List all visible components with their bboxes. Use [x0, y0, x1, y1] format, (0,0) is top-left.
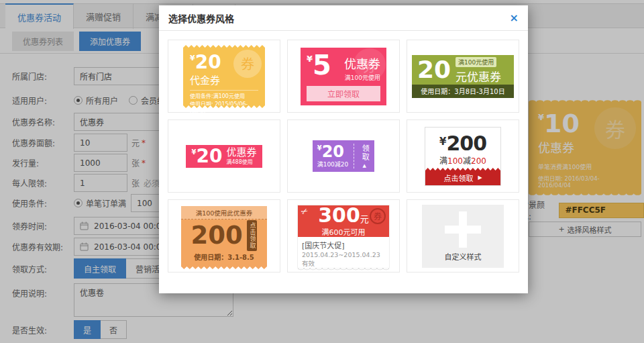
click-claim-button: 点击领取 ▶: [425, 170, 500, 185]
click-claim-button: 点击领取: [247, 220, 258, 251]
coupon-date: 使用日期: 2015/05/06-08/30: [190, 101, 258, 117]
coupon-condition: 满488使用: [226, 158, 256, 165]
custom-style-tile: 自定义样式: [422, 205, 504, 268]
coupon-white-red: ¥200 满100减200 点击领取 ▶: [425, 127, 501, 186]
coupon-green: 20 满100元使用 元优惠券 使用日期：3月8日-3月10日: [412, 55, 514, 98]
coupon-pink-banner: ¥20 优惠券 满488使用: [186, 145, 263, 168]
dashed-divider: [354, 144, 354, 168]
claim-now-button: 立即领取: [307, 86, 380, 101]
custom-style-label: 自定义样式: [422, 251, 504, 262]
style-card-pink-banner[interactable]: ¥20 优惠券 满488使用: [168, 119, 280, 193]
close-icon[interactable]: ×: [510, 13, 519, 23]
scissors-icon: ✂: [299, 205, 310, 217]
zigzag-edge: [183, 105, 265, 108]
coupon-amount: 200: [191, 223, 243, 248]
coupon-condition: 使用条件:满100元使用: [190, 93, 258, 101]
zigzag-edge: [183, 45, 265, 48]
style-card-white-200[interactable]: ¥200 满100减200 点击领取 ▶: [407, 119, 519, 193]
plus-icon: [445, 211, 481, 248]
coupon-amount: ¥20: [192, 147, 223, 166]
coupon-condition: 满600元可用: [322, 226, 366, 237]
coupon-amount: 20: [417, 58, 451, 82]
coupon-currency: ¥: [307, 54, 313, 64]
coupon-style-modal: 选择优惠券风格 × ¥20 代金券 使用条件:满100元使用 使用日期: 201…: [159, 5, 528, 293]
coupon-yellow: ¥20 代金券 使用条件:满100元使用 使用日期: 2015/05/06-08…: [183, 48, 265, 105]
coupon-watermark: 券: [370, 208, 386, 224]
coupon-watermark: 券: [354, 48, 386, 81]
zigzag-edge: [425, 168, 500, 170]
arrow-up-icon: ▲: [363, 163, 366, 168]
style-card-yellow-voucher[interactable]: ¥20 代金券 使用条件:满100元使用 使用日期: 2015/05/06-08…: [168, 40, 280, 113]
style-card-red-300[interactable]: ✂ 券 300元 满600元可用 [国庆节大促] 2015.04.23~2015…: [287, 199, 400, 273]
coupon-amount: ¥200: [439, 134, 486, 154]
coupon-date: 使用日期：3.1-8.5: [181, 252, 267, 262]
coupon-condition: 满100使用此优惠券: [181, 206, 267, 219]
coupon-condition: 满100减20: [317, 160, 349, 168]
style-grid: ¥20 代金券 使用条件:满100元使用 使用日期: 2015/05/06-08…: [159, 31, 528, 281]
style-card-purple-banner[interactable]: ¥20 满100减20 领取 ▲: [287, 119, 400, 193]
claim-label: 领取: [359, 144, 370, 162]
coupon-orange: 满100使用此优惠券 200 点击领取 使用日期：3.1-8.5: [181, 206, 267, 266]
coupon-condition: 满100减200: [439, 154, 486, 166]
style-card-green-20[interactable]: 20 满100元使用 元优惠券 使用日期：3月8日-3月10日: [407, 40, 519, 113]
coupon-amount: 300元: [318, 205, 369, 226]
coupon-title: 优惠券: [226, 147, 256, 158]
arrow-right-icon: ▶: [478, 175, 482, 181]
zigzag-edge: [181, 266, 267, 269]
coupon-watermark: 券: [233, 50, 262, 78]
modal-header: 选择优惠券风格 ×: [159, 5, 528, 31]
style-card-custom[interactable]: 自定义样式: [407, 199, 519, 273]
coupon-amount: ¥20: [317, 144, 349, 160]
coupon-title: 元优惠券: [455, 68, 501, 85]
coupon-amount: 5: [313, 52, 331, 78]
style-card-pink-5[interactable]: ¥ 5 优惠券 满100元使用 立即领取 券: [287, 40, 400, 113]
promo-tag: [国庆节大促]: [302, 240, 385, 250]
coupon-meta: 使用条件:满100元使用 使用日期: 2015/05/06-08/30: [190, 90, 258, 117]
coupon-valid-range: 2015.04.23~2015.04.23有效: [302, 251, 385, 268]
coupon-red-white: ✂ 券 300元 满600元可用 [国庆节大促] 2015.04.23~2015…: [297, 205, 390, 268]
modal-title: 选择优惠券风格: [168, 11, 234, 25]
style-card-orange-200[interactable]: 满100使用此优惠券 200 点击领取 使用日期：3.1-8.5: [168, 199, 280, 273]
wave-edge: [298, 268, 389, 271]
coupon-purple-banner: ¥20 满100减20 领取 ▲: [313, 140, 375, 172]
coupon-date: 使用日期：3月8日-3月10日: [412, 85, 514, 98]
coupon-condition-badge: 满100元使用: [455, 57, 496, 67]
coupon-pink: ¥ 5 优惠券 满100元使用 立即领取 券: [301, 48, 386, 105]
